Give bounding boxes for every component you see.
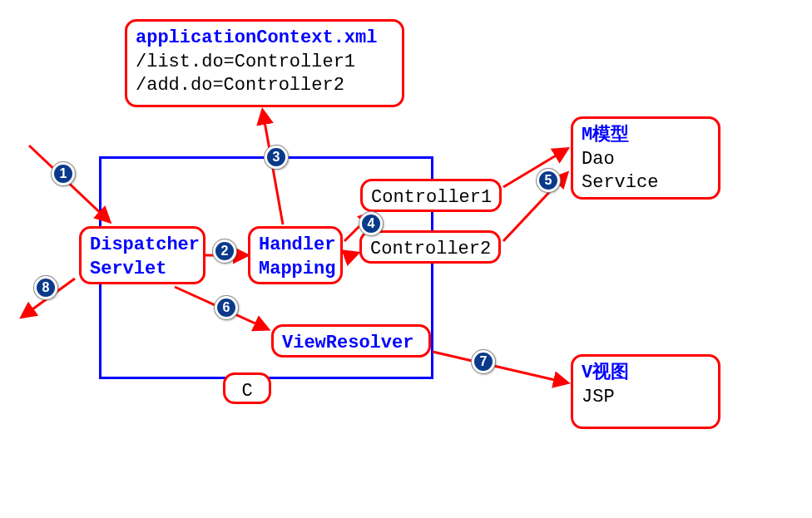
handler-mapping-box: Handler Mapping [248,226,343,284]
view-line1: JSP [582,386,710,410]
step-badge-7: 7 [472,350,495,373]
svg-line-10 [433,352,566,382]
model-line2: Service [582,171,710,195]
model-line1: Dao [582,148,710,172]
c-label: C [241,381,252,402]
dispatcher-line1: Dispatcher [90,234,195,258]
model-title: M模型 [582,124,710,148]
view-box: V视图 JSP [571,354,720,429]
controller1-box: Controller1 [360,179,502,212]
model-box: M模型 Dao Service [571,116,720,200]
step-badge-4: 4 [359,212,383,235]
view-title: V视图 [582,362,710,386]
controller1-label: Controller1 [371,187,492,208]
view-resolver-label: ViewResolver [282,333,413,353]
handler-mapping-line2: Mapping [259,258,332,282]
controller2-box: Controller2 [359,230,501,264]
application-context-box: applicationContext.xml /list.do=Controll… [125,19,404,107]
step-badge-2: 2 [213,239,236,263]
application-context-title: applicationContext.xml [136,27,394,51]
dispatcher-line2: Servlet [90,258,195,282]
step-badge-3: 3 [265,146,288,169]
dispatcher-servlet-box: Dispatcher Servlet [79,226,205,284]
controller2-label: Controller2 [370,239,491,259]
step-badge-8: 8 [34,276,57,299]
step-badge-5: 5 [537,169,560,192]
step-badge-6: 6 [215,296,238,319]
application-context-line1: /list.do=Controller1 [136,51,394,75]
handler-mapping-line1: Handler [259,234,332,258]
c-box: C [223,372,271,404]
step-badge-1: 1 [52,162,75,185]
application-context-line2: /add.do=Controller2 [136,74,394,98]
view-resolver-box: ViewResolver [271,324,431,358]
